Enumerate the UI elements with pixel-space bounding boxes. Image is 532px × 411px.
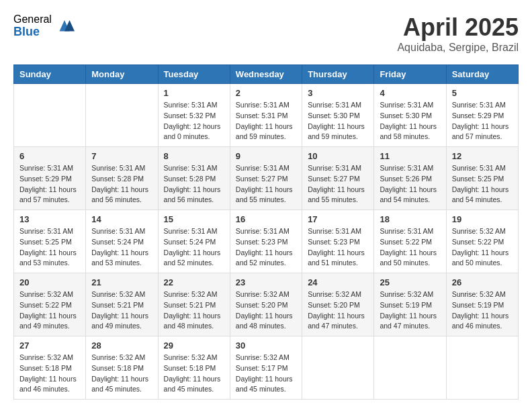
day-info: Sunrise: 5:31 AM Sunset: 5:24 PM Dayligh… bbox=[164, 226, 224, 269]
calendar-cell: 16Sunrise: 5:31 AM Sunset: 5:23 PM Dayli… bbox=[230, 210, 302, 273]
calendar-cell bbox=[374, 336, 446, 400]
day-info: Sunrise: 5:31 AM Sunset: 5:25 PM Dayligh… bbox=[19, 226, 80, 269]
day-number: 18 bbox=[380, 214, 440, 224]
logo: General Blue bbox=[13, 13, 75, 38]
location: Aquidaba, Sergipe, Brazil bbox=[397, 42, 519, 54]
month-title: April 2025 bbox=[397, 13, 519, 42]
calendar-cell: 15Sunrise: 5:31 AM Sunset: 5:24 PM Dayli… bbox=[158, 210, 230, 273]
day-number: 23 bbox=[236, 277, 296, 287]
calendar-cell: 28Sunrise: 5:32 AM Sunset: 5:18 PM Dayli… bbox=[86, 336, 158, 400]
day-info: Sunrise: 5:31 AM Sunset: 5:28 PM Dayligh… bbox=[164, 163, 224, 205]
calendar-cell: 25Sunrise: 5:32 AM Sunset: 5:19 PM Dayli… bbox=[374, 273, 446, 336]
calendar-cell: 8Sunrise: 5:31 AM Sunset: 5:28 PM Daylig… bbox=[158, 147, 230, 210]
calendar-cell: 2Sunrise: 5:31 AM Sunset: 5:31 PM Daylig… bbox=[230, 84, 302, 147]
day-number: 29 bbox=[164, 340, 224, 351]
day-number: 1 bbox=[164, 88, 224, 98]
calendar-cell: 21Sunrise: 5:32 AM Sunset: 5:21 PM Dayli… bbox=[86, 273, 158, 336]
day-number: 26 bbox=[452, 277, 513, 287]
logo-text: General Blue bbox=[13, 13, 52, 38]
calendar-cell bbox=[86, 84, 158, 147]
day-number: 17 bbox=[308, 214, 368, 224]
day-info: Sunrise: 5:31 AM Sunset: 5:27 PM Dayligh… bbox=[308, 163, 368, 205]
calendar-cell bbox=[302, 336, 374, 400]
calendar-cell: 26Sunrise: 5:32 AM Sunset: 5:19 PM Dayli… bbox=[446, 273, 518, 336]
day-info: Sunrise: 5:32 AM Sunset: 5:19 PM Dayligh… bbox=[380, 289, 440, 332]
calendar-cell: 17Sunrise: 5:31 AM Sunset: 5:23 PM Dayli… bbox=[302, 210, 374, 273]
day-number: 28 bbox=[91, 340, 152, 351]
calendar-cell: 18Sunrise: 5:31 AM Sunset: 5:22 PM Dayli… bbox=[374, 210, 446, 273]
calendar-week-row: 13Sunrise: 5:31 AM Sunset: 5:25 PM Dayli… bbox=[14, 210, 519, 273]
day-info: Sunrise: 5:32 AM Sunset: 5:18 PM Dayligh… bbox=[19, 353, 80, 395]
day-number: 19 bbox=[452, 214, 513, 224]
calendar-week-row: 1Sunrise: 5:31 AM Sunset: 5:32 PM Daylig… bbox=[14, 84, 519, 147]
day-info: Sunrise: 5:31 AM Sunset: 5:30 PM Dayligh… bbox=[308, 100, 368, 142]
calendar: SundayMondayTuesdayWednesdayThursdayFrid… bbox=[13, 64, 519, 400]
day-number: 27 bbox=[19, 340, 80, 351]
calendar-cell: 20Sunrise: 5:32 AM Sunset: 5:22 PM Dayli… bbox=[14, 273, 86, 336]
calendar-cell: 19Sunrise: 5:32 AM Sunset: 5:22 PM Dayli… bbox=[446, 210, 518, 273]
calendar-cell: 27Sunrise: 5:32 AM Sunset: 5:18 PM Dayli… bbox=[14, 336, 86, 400]
day-number: 7 bbox=[91, 151, 152, 161]
day-info: Sunrise: 5:31 AM Sunset: 5:25 PM Dayligh… bbox=[452, 163, 513, 205]
day-info: Sunrise: 5:32 AM Sunset: 5:17 PM Dayligh… bbox=[236, 353, 296, 395]
day-info: Sunrise: 5:31 AM Sunset: 5:23 PM Dayligh… bbox=[236, 226, 296, 269]
calendar-cell: 14Sunrise: 5:31 AM Sunset: 5:24 PM Dayli… bbox=[86, 210, 158, 273]
calendar-cell: 3Sunrise: 5:31 AM Sunset: 5:30 PM Daylig… bbox=[302, 84, 374, 147]
day-number: 5 bbox=[452, 88, 513, 98]
day-info: Sunrise: 5:31 AM Sunset: 5:28 PM Dayligh… bbox=[91, 163, 152, 205]
calendar-cell: 4Sunrise: 5:31 AM Sunset: 5:30 PM Daylig… bbox=[374, 84, 446, 147]
day-info: Sunrise: 5:32 AM Sunset: 5:18 PM Dayligh… bbox=[91, 353, 152, 395]
day-info: Sunrise: 5:31 AM Sunset: 5:24 PM Dayligh… bbox=[91, 226, 152, 269]
day-number: 24 bbox=[308, 277, 368, 287]
day-info: Sunrise: 5:31 AM Sunset: 5:29 PM Dayligh… bbox=[19, 163, 80, 205]
day-info: Sunrise: 5:31 AM Sunset: 5:23 PM Dayligh… bbox=[308, 226, 368, 269]
calendar-cell: 30Sunrise: 5:32 AM Sunset: 5:17 PM Dayli… bbox=[230, 336, 302, 400]
header-monday: Monday bbox=[86, 65, 158, 84]
day-number: 15 bbox=[164, 214, 224, 224]
header-tuesday: Tuesday bbox=[158, 65, 230, 84]
day-info: Sunrise: 5:32 AM Sunset: 5:22 PM Dayligh… bbox=[19, 289, 80, 332]
day-info: Sunrise: 5:32 AM Sunset: 5:21 PM Dayligh… bbox=[164, 289, 224, 332]
day-number: 11 bbox=[380, 151, 440, 161]
day-number: 13 bbox=[19, 214, 80, 224]
day-info: Sunrise: 5:32 AM Sunset: 5:20 PM Dayligh… bbox=[308, 289, 368, 332]
logo-blue: Blue bbox=[13, 26, 52, 39]
day-info: Sunrise: 5:31 AM Sunset: 5:26 PM Dayligh… bbox=[380, 163, 440, 205]
day-number: 6 bbox=[19, 151, 80, 161]
calendar-cell: 7Sunrise: 5:31 AM Sunset: 5:28 PM Daylig… bbox=[86, 147, 158, 210]
header-sunday: Sunday bbox=[14, 65, 86, 84]
calendar-cell: 22Sunrise: 5:32 AM Sunset: 5:21 PM Dayli… bbox=[158, 273, 230, 336]
day-info: Sunrise: 5:31 AM Sunset: 5:30 PM Dayligh… bbox=[380, 100, 440, 142]
calendar-cell: 6Sunrise: 5:31 AM Sunset: 5:29 PM Daylig… bbox=[14, 147, 86, 210]
day-number: 20 bbox=[19, 277, 80, 287]
calendar-cell: 24Sunrise: 5:32 AM Sunset: 5:20 PM Dayli… bbox=[302, 273, 374, 336]
calendar-header-row: SundayMondayTuesdayWednesdayThursdayFrid… bbox=[14, 65, 519, 84]
calendar-cell: 23Sunrise: 5:32 AM Sunset: 5:20 PM Dayli… bbox=[230, 273, 302, 336]
day-number: 9 bbox=[236, 151, 296, 161]
calendar-cell: 12Sunrise: 5:31 AM Sunset: 5:25 PM Dayli… bbox=[446, 147, 518, 210]
day-info: Sunrise: 5:32 AM Sunset: 5:18 PM Dayligh… bbox=[164, 353, 224, 395]
day-number: 10 bbox=[308, 151, 368, 161]
day-number: 12 bbox=[452, 151, 513, 161]
calendar-week-row: 27Sunrise: 5:32 AM Sunset: 5:18 PM Dayli… bbox=[14, 336, 519, 400]
header-saturday: Saturday bbox=[446, 65, 518, 84]
day-info: Sunrise: 5:32 AM Sunset: 5:21 PM Dayligh… bbox=[91, 289, 152, 332]
calendar-cell: 11Sunrise: 5:31 AM Sunset: 5:26 PM Dayli… bbox=[374, 147, 446, 210]
day-number: 21 bbox=[91, 277, 152, 287]
day-number: 4 bbox=[380, 88, 440, 98]
calendar-cell: 5Sunrise: 5:31 AM Sunset: 5:29 PM Daylig… bbox=[446, 84, 518, 147]
calendar-cell: 29Sunrise: 5:32 AM Sunset: 5:18 PM Dayli… bbox=[158, 336, 230, 400]
calendar-week-row: 20Sunrise: 5:32 AM Sunset: 5:22 PM Dayli… bbox=[14, 273, 519, 336]
header-friday: Friday bbox=[374, 65, 446, 84]
day-info: Sunrise: 5:31 AM Sunset: 5:27 PM Dayligh… bbox=[236, 163, 296, 205]
logo-general: General bbox=[13, 13, 52, 26]
day-number: 25 bbox=[380, 277, 440, 287]
calendar-cell: 13Sunrise: 5:31 AM Sunset: 5:25 PM Dayli… bbox=[14, 210, 86, 273]
day-info: Sunrise: 5:32 AM Sunset: 5:19 PM Dayligh… bbox=[452, 289, 513, 332]
day-number: 30 bbox=[236, 340, 296, 351]
day-number: 3 bbox=[308, 88, 368, 98]
day-info: Sunrise: 5:31 AM Sunset: 5:22 PM Dayligh… bbox=[380, 226, 440, 269]
calendar-cell: 10Sunrise: 5:31 AM Sunset: 5:27 PM Dayli… bbox=[302, 147, 374, 210]
calendar-cell: 1Sunrise: 5:31 AM Sunset: 5:32 PM Daylig… bbox=[158, 84, 230, 147]
day-number: 16 bbox=[236, 214, 296, 224]
